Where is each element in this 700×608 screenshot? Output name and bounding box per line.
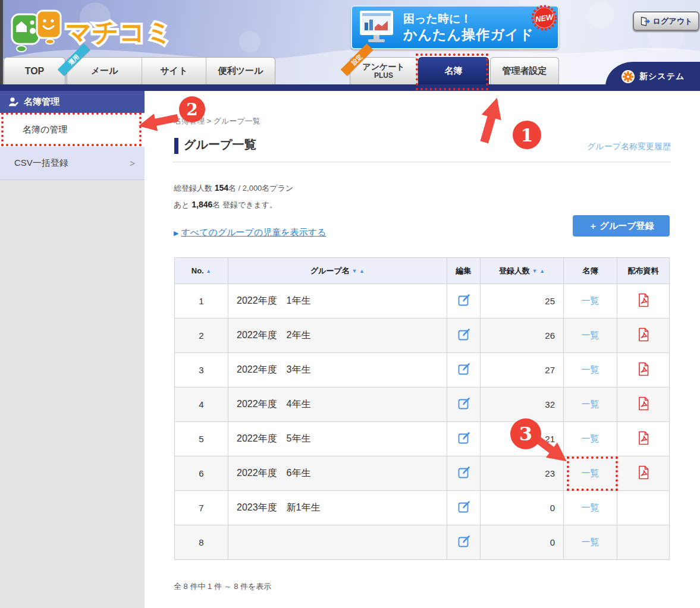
tab-roster-label: 名簿	[445, 65, 463, 77]
show-all-children-label: すべてのグループの児童を表示する	[181, 227, 326, 237]
edit-icon[interactable]	[457, 500, 470, 514]
user-icon	[8, 97, 19, 107]
member-count: 27	[481, 353, 564, 388]
sort-asc-icon[interactable]: ▲	[206, 268, 211, 274]
pdf-download-icon[interactable]	[638, 465, 649, 480]
edit-icon[interactable]	[457, 397, 470, 410]
member-count: 23	[481, 456, 564, 491]
table-row: 5 2022年度 5年生 21 一覧	[175, 422, 670, 456]
group-name: 2022年度 5年生	[228, 422, 447, 456]
sidebar-item-csv-bulk[interactable]: CSV一括登録 >	[0, 147, 145, 180]
roster-list-link[interactable]: 一覧	[582, 468, 599, 478]
tab-admin-settings[interactable]: 管理者設定	[490, 57, 559, 84]
pdf-download-icon[interactable]	[638, 362, 649, 376]
pdf-download-icon[interactable]	[638, 293, 649, 307]
group-table: No. ▲ グループ名 ▼ ▲ 編集 登録人数 ▼ ▲ 名簿 配布資料 1 20…	[174, 257, 670, 560]
annotation-arrow-1	[474, 95, 507, 146]
pdf-download-icon[interactable]	[638, 431, 649, 445]
roster-list-link[interactable]: 一覧	[582, 399, 599, 409]
row-number: 7	[175, 491, 228, 525]
title-divider	[172, 162, 671, 162]
header-materials-label: 配布資料	[628, 266, 659, 275]
group-name: 2022年度 6年生	[228, 456, 447, 491]
member-count: 0	[481, 491, 564, 525]
sidebar-header-roster-management: 名簿管理	[0, 91, 145, 113]
machicomi-logo[interactable]: マチコミ	[8, 10, 172, 56]
group-table-body: 1 2022年度 1年生 25 一覧	[175, 284, 670, 560]
row-number: 4	[175, 388, 228, 422]
header-count-label: 登録人数	[499, 266, 530, 275]
guide-banner-text: 困った時に！ かんたん操作ガイド	[403, 12, 534, 43]
roster-list-link[interactable]: 一覧	[582, 433, 599, 443]
header-edit: 編集	[447, 258, 481, 284]
row-number: 1	[175, 284, 228, 319]
header-count: 登録人数 ▼ ▲	[481, 258, 564, 284]
tab-admin-label: 管理者設定	[503, 65, 547, 77]
tab-roster[interactable]: 名簿	[418, 57, 489, 84]
logout-button[interactable]: ログアウト	[633, 11, 699, 31]
edit-icon[interactable]	[457, 431, 470, 445]
table-row: 1 2022年度 1年生 25 一覧	[175, 284, 670, 319]
edit-icon[interactable]	[457, 363, 470, 376]
tab-mail[interactable]: 運用 メール	[67, 58, 142, 84]
pdf-download-icon[interactable]	[638, 396, 649, 411]
header-group-name-label: グループ名	[310, 266, 350, 275]
row-number: 2	[175, 319, 228, 353]
breadcrumb: 名簿管理 > グループ一覧	[174, 116, 260, 127]
stat1-prefix: 総登録人数	[174, 184, 215, 193]
roster-list-link[interactable]: 一覧	[582, 330, 599, 340]
show-all-children-link[interactable]: ▶すべてのグループの児童を表示する	[174, 227, 326, 238]
sort-desc-icon[interactable]: ▼	[532, 268, 538, 274]
row-number: 3	[175, 353, 228, 388]
edit-icon[interactable]	[457, 328, 470, 341]
tab-site[interactable]: サイト	[142, 58, 206, 84]
logo-text: マチコミ	[65, 17, 172, 46]
chevron-right-icon: >	[130, 158, 135, 168]
machicomi-logo-icon: マチコミ	[8, 10, 172, 53]
edit-icon[interactable]	[457, 294, 470, 307]
stat2-suffix: 名 登録できます。	[212, 200, 277, 209]
new-badge-label: NEW	[529, 2, 560, 33]
total-registered-stat: 総登録人数 154名 / 2,000名プラン	[174, 183, 293, 194]
table-row: 2 2022年度 2年生 26 一覧	[175, 319, 670, 353]
stat2-value: 1,846	[192, 200, 212, 209]
tab-top[interactable]: TOP	[4, 57, 65, 84]
table-row: 8 0 一覧	[175, 525, 670, 560]
stat1-suffix: 名 / 2,000名プラン	[228, 184, 293, 193]
header-no-label: No.	[192, 266, 204, 275]
tab-top-label: TOP	[25, 66, 45, 77]
member-count: 0	[481, 525, 564, 560]
member-count: 25	[481, 284, 564, 319]
header-roster: 名簿	[564, 258, 617, 284]
breadcrumb-bullet	[168, 119, 171, 123]
sort-asc-icon[interactable]: ▲	[539, 268, 545, 274]
roster-list-link[interactable]: 一覧	[582, 295, 599, 305]
nav-bar	[0, 84, 700, 91]
tab-survey-plus[interactable]: 設定 アンケート PLUS	[350, 57, 418, 84]
row-number: 6	[175, 456, 228, 491]
row-number: 5	[175, 422, 228, 456]
sort-desc-icon[interactable]: ▼	[352, 268, 357, 274]
monitor-icon	[358, 10, 395, 45]
stat2-prefix: あと	[174, 200, 192, 209]
tab-survey-label-line1: アンケート	[362, 62, 404, 71]
tab-tools[interactable]: 便利ツール	[206, 58, 275, 84]
pdf-download-icon[interactable]	[638, 327, 649, 342]
roster-list-link[interactable]: 一覧	[582, 502, 599, 512]
group-register-button[interactable]: ＋ グループ登録	[573, 215, 670, 237]
tab-mail-label: メール	[91, 65, 118, 77]
group-name: 2022年度 2年生	[228, 319, 447, 353]
roster-list-link[interactable]: 一覧	[582, 364, 599, 374]
sort-asc-icon[interactable]: ▲	[359, 268, 365, 274]
member-count: 26	[481, 319, 564, 353]
sidebar-item-roster-manage[interactable]: 名簿の管理	[0, 113, 145, 147]
tab-survey-label-line2: PLUS	[374, 71, 393, 80]
edit-icon[interactable]	[457, 466, 470, 479]
new-system-button[interactable]: 新システム	[605, 62, 700, 91]
roster-list-link[interactable]: 一覧	[582, 537, 599, 547]
page-title: グループ一覧	[184, 137, 256, 153]
group-name-history-link[interactable]: グループ名称変更履歴	[570, 141, 671, 152]
new-badge: NEW	[531, 4, 558, 31]
easy-guide-banner[interactable]: 困った時に！ かんたん操作ガイド NEW	[351, 5, 559, 49]
edit-icon[interactable]	[457, 535, 470, 548]
